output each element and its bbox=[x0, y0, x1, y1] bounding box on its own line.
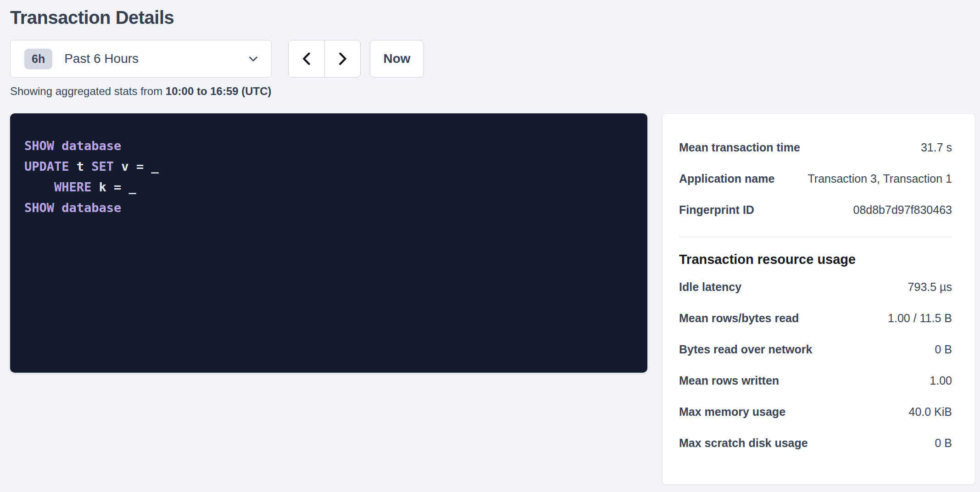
sql-line: WHERE k = _ bbox=[24, 177, 634, 197]
stat-row: Mean rows/bytes read1.00 / 11.5 B bbox=[679, 302, 952, 334]
stat-value: 0 B bbox=[935, 343, 952, 356]
sql-token-keyword: SHOW bbox=[24, 201, 54, 215]
sql-token-keyword: SET bbox=[91, 159, 114, 173]
sql-statement-panel: SHOW databaseUPDATE t SET v = _ WHERE k … bbox=[10, 113, 647, 373]
now-button[interactable]: Now bbox=[370, 40, 424, 78]
summary-stats: Mean transaction time31.7 sApplication n… bbox=[679, 132, 952, 225]
sql-line: SHOW database bbox=[24, 135, 634, 156]
sql-line: SHOW database bbox=[24, 197, 634, 218]
sql-token-keyword: SHOW bbox=[24, 139, 54, 153]
stat-value: 40.0 KiB bbox=[908, 405, 952, 419]
stat-value: Transaction 3, Transaction 1 bbox=[807, 172, 952, 185]
stat-label: Application name bbox=[679, 172, 774, 185]
stat-label: Bytes read over network bbox=[679, 343, 812, 356]
sql-token-plain bbox=[54, 139, 61, 153]
stat-value: 793.5 µs bbox=[908, 280, 952, 294]
stat-label: Max memory usage bbox=[679, 405, 785, 419]
sql-token-plain bbox=[54, 201, 61, 215]
time-controls: 6h Past 6 Hours Now bbox=[10, 40, 980, 78]
chevron-left-icon bbox=[300, 51, 313, 66]
resource-usage-title: Transaction resource usage bbox=[679, 248, 952, 270]
aggregation-summary: Showing aggregated stats from 10:00 to 1… bbox=[10, 85, 980, 98]
sql-token-plain: k = _ bbox=[91, 180, 136, 194]
stat-value: 0 B bbox=[935, 436, 952, 450]
time-range-dropdown[interactable]: 6h Past 6 Hours bbox=[10, 40, 272, 78]
page-title: Transaction Details bbox=[10, 7, 980, 28]
stat-label: Max scratch disk usage bbox=[679, 436, 808, 450]
stat-row: Fingerprint ID08d8b7d97f830463 bbox=[679, 194, 952, 225]
stat-row: Application nameTransaction 3, Transacti… bbox=[679, 163, 952, 194]
transaction-details-page: Transaction Details 6h Past 6 Hours Now … bbox=[0, 0, 980, 492]
sql-token-plain: v = _ bbox=[114, 159, 159, 173]
stat-label: Idle latency bbox=[679, 280, 741, 294]
next-interval-button[interactable] bbox=[324, 40, 360, 77]
stat-value: 1.00 / 11.5 B bbox=[888, 312, 952, 325]
stat-label: Mean rows/bytes read bbox=[679, 312, 799, 325]
stat-label: Fingerprint ID bbox=[679, 203, 754, 217]
sql-token-keyword: UPDATE bbox=[24, 159, 69, 173]
time-step-buttons bbox=[288, 40, 361, 78]
time-range-badge: 6h bbox=[24, 49, 52, 69]
stat-value: 1.00 bbox=[930, 374, 952, 387]
stat-row: Max scratch disk usage0 B bbox=[679, 427, 952, 458]
stat-row: Mean transaction time31.7 s bbox=[679, 132, 952, 163]
sql-token-keyword: WHERE bbox=[54, 180, 91, 194]
sql-token-keyword: database bbox=[61, 139, 121, 153]
chevron-right-icon bbox=[336, 51, 349, 66]
stat-label: Mean transaction time bbox=[679, 141, 800, 154]
card-divider bbox=[679, 237, 952, 237]
stat-row: Max memory usage40.0 KiB bbox=[679, 396, 952, 427]
chevron-down-icon bbox=[247, 53, 259, 65]
previous-interval-button[interactable] bbox=[289, 40, 324, 77]
sql-token-plain bbox=[24, 180, 54, 194]
stat-row: Mean rows written1.00 bbox=[679, 365, 952, 396]
aggregation-summary-prefix: Showing aggregated stats from bbox=[10, 85, 166, 97]
time-range-label: Past 6 Hours bbox=[64, 51, 247, 66]
resource-usage-stats: Idle latency793.5 µsMean rows/bytes read… bbox=[679, 271, 952, 458]
stat-row: Idle latency793.5 µs bbox=[679, 271, 952, 302]
stat-value: 08d8b7d97f830463 bbox=[853, 203, 952, 217]
aggregation-summary-range: 10:00 to 16:59 (UTC) bbox=[166, 85, 272, 97]
sql-token-keyword: database bbox=[61, 201, 121, 215]
sql-line: UPDATE t SET v = _ bbox=[24, 156, 634, 177]
stat-value: 31.7 s bbox=[921, 141, 952, 154]
stat-row: Bytes read over network0 B bbox=[679, 334, 952, 365]
sql-token-plain: t bbox=[69, 159, 92, 173]
stat-label: Mean rows written bbox=[679, 374, 779, 387]
transaction-stats-card: Mean transaction time31.7 sApplication n… bbox=[662, 113, 975, 485]
main-content: SHOW databaseUPDATE t SET v = _ WHERE k … bbox=[10, 113, 980, 485]
